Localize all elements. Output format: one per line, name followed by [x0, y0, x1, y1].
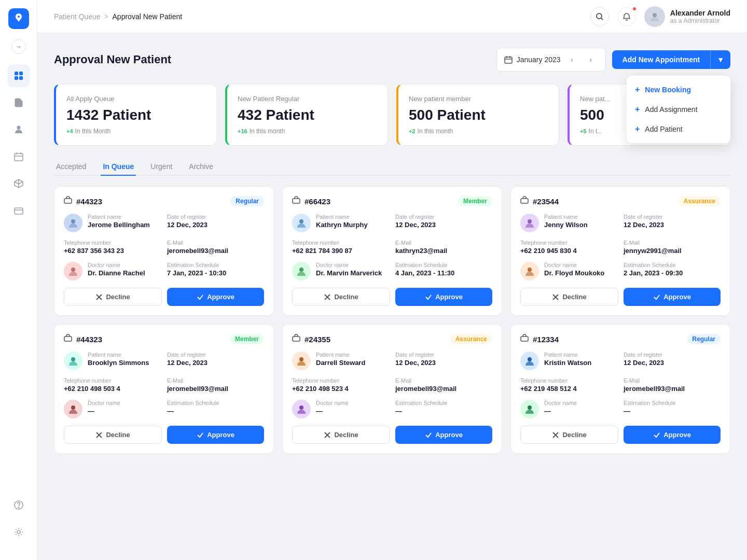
plus-icon-2: +: [635, 105, 640, 114]
tel-value-5: +62 219 458 512 4: [520, 385, 617, 393]
tel-value-2: +62 210 945 830 4: [520, 247, 617, 255]
patient-name-2: Jenny Wilson: [544, 221, 588, 229]
decline-button-4[interactable]: Decline: [292, 426, 390, 444]
sidebar-item-package[interactable]: [7, 172, 30, 195]
svg-point-50: [528, 357, 532, 361]
approve-button-1[interactable]: Approve: [395, 288, 492, 306]
doctor-label-0: Doctor name: [88, 262, 145, 268]
doctor-label-2: Doctor name: [544, 262, 604, 268]
card-id-3: #44323: [64, 334, 102, 344]
email-value-2: jennyw2991@mail: [624, 247, 721, 255]
card-doctor-info-2: Doctor name Dr. Floyd Moukoko: [520, 262, 617, 281]
email-label-5: E-Mail: [624, 377, 721, 384]
svg-point-30: [299, 219, 303, 223]
patient-card-5: #12334 Regular Patient name Kristin Wats…: [510, 324, 730, 454]
sidebar-item-billing[interactable]: [7, 199, 30, 222]
decline-button-3[interactable]: Decline: [64, 426, 162, 444]
svg-rect-39: [64, 337, 72, 341]
register-label-5: Date of register: [624, 352, 721, 358]
add-appointment-dropdown-btn[interactable]: ▼: [710, 50, 730, 69]
dropdown-item-add-assignment[interactable]: + Add Assignment: [627, 100, 730, 119]
card-header-3: #44323 Member: [64, 334, 264, 344]
register-label-1: Date of register: [395, 214, 492, 220]
tab-urgent[interactable]: Urgent: [148, 158, 174, 176]
card-doctor-info-0: Doctor name Dr. Dianne Rachel: [64, 262, 161, 281]
tel-label-5: Telephone number: [520, 377, 617, 384]
svg-rect-7: [15, 153, 23, 161]
decline-button-5[interactable]: Decline: [520, 426, 618, 444]
doctor-name-3: —: [88, 407, 120, 415]
register-date-5: 12 Dec, 2023: [624, 359, 721, 367]
user-profile[interactable]: Alexander Arnold as a Administrator: [644, 6, 730, 27]
card-patient-avatar-0: [64, 214, 82, 232]
svg-point-41: [71, 405, 75, 410]
tab-accepted[interactable]: Accepted: [54, 158, 88, 176]
card-badge-0: Regular: [230, 196, 264, 206]
dropdown-label-new-booking: New Booking: [645, 86, 691, 94]
card-schedule-block-3: Estimation Schedule —: [167, 400, 264, 418]
card-id-text-1: #66423: [305, 197, 330, 206]
sidebar-item-dashboard[interactable]: [7, 64, 30, 87]
add-appointment-button[interactable]: Add New Appointment: [612, 50, 711, 69]
email-value-0: jeromebell93@mail: [167, 247, 264, 255]
approve-button-4[interactable]: Approve: [395, 426, 492, 444]
card-doctor-block-1: Doctor name Dr. Marvin Marverick: [316, 262, 382, 277]
card-tel-block-4: Telephone number +62 210 498 523 4: [292, 377, 389, 393]
doctor-label-3: Doctor name: [88, 400, 120, 406]
date-prev-btn[interactable]: ‹: [565, 52, 579, 67]
tel-label-2: Telephone number: [520, 240, 617, 246]
email-label-0: E-Mail: [167, 240, 264, 246]
register-date-3: 12 Dec, 2023: [167, 359, 264, 367]
sidebar-item-help[interactable]: [7, 494, 30, 516]
svg-rect-12: [15, 208, 23, 214]
breadcrumb-separator: >: [105, 13, 108, 20]
notification-button[interactable]: [617, 7, 636, 26]
sidebar-item-settings[interactable]: [7, 521, 30, 543]
add-appointment-btn-group: Add New Appointment ▼: [612, 50, 730, 69]
tab-in-queue[interactable]: In Queue: [101, 158, 136, 176]
tel-label-0: Telephone number: [64, 240, 161, 246]
card-info-row-contact-5: Telephone number +62 219 458 512 4 E-Mai…: [520, 377, 721, 393]
schedule-label-1: Estimation Schedule: [395, 262, 492, 268]
decline-button-1[interactable]: Decline: [292, 288, 390, 306]
tel-value-4: +62 210 498 523 4: [292, 385, 389, 393]
decline-button-2[interactable]: Decline: [520, 288, 618, 306]
card-doctor-info-5: Doctor name —: [520, 400, 617, 418]
plus-icon-3: +: [635, 124, 640, 134]
sidebar-item-calendar[interactable]: [7, 145, 30, 168]
sidebar-item-patients[interactable]: [7, 118, 30, 141]
app-logo: [8, 8, 29, 29]
card-header-2: #23544 Assurance: [520, 196, 721, 206]
card-doctor-block-5: Doctor name —: [544, 400, 577, 415]
card-register-block-4: Date of register 12 Dec, 2023: [395, 352, 492, 370]
card-actions-0: Decline Approve: [64, 288, 264, 306]
breadcrumb-parent[interactable]: Patient Queue: [54, 12, 101, 21]
card-patient-avatar-1: [292, 214, 311, 232]
date-next-btn[interactable]: ›: [584, 52, 598, 67]
schedule-label-3: Estimation Schedule: [167, 400, 264, 406]
decline-button-0[interactable]: Decline: [64, 288, 162, 306]
approve-button-0[interactable]: Approve: [167, 288, 264, 306]
patient-label-5: Patient name: [544, 352, 591, 358]
card-email-block-5: E-Mail jeromebell93@mail: [624, 377, 721, 393]
card-register-block-5: Date of register 12 Dec, 2023: [624, 352, 721, 370]
dropdown-item-new-booking[interactable]: + New Booking: [627, 80, 730, 100]
svg-rect-1: [19, 72, 23, 75]
tel-label-4: Telephone number: [292, 377, 389, 384]
search-button[interactable]: [590, 7, 609, 26]
approve-button-2[interactable]: Approve: [624, 288, 721, 306]
card-briefcase-icon-4: [292, 334, 300, 344]
card-doctor-avatar-4: [292, 400, 311, 418]
card-header-0: #44323 Regular: [64, 196, 264, 206]
approve-button-5[interactable]: Approve: [624, 426, 721, 444]
patient-name-5: Kristin Watson: [544, 359, 591, 367]
stat-label-2: New patient member: [409, 95, 548, 103]
tab-archive[interactable]: Archive: [187, 158, 215, 176]
schedule-label-0: Estimation Schedule: [167, 262, 264, 268]
date-picker[interactable]: January 2023 ‹ ›: [496, 48, 606, 72]
sidebar-toggle-btn[interactable]: →: [11, 39, 26, 54]
approve-button-3[interactable]: Approve: [167, 426, 264, 444]
doctor-label-1: Doctor name: [316, 262, 382, 268]
sidebar-item-documents[interactable]: [7, 91, 30, 114]
dropdown-item-add-patient[interactable]: + Add Patient: [627, 119, 730, 139]
